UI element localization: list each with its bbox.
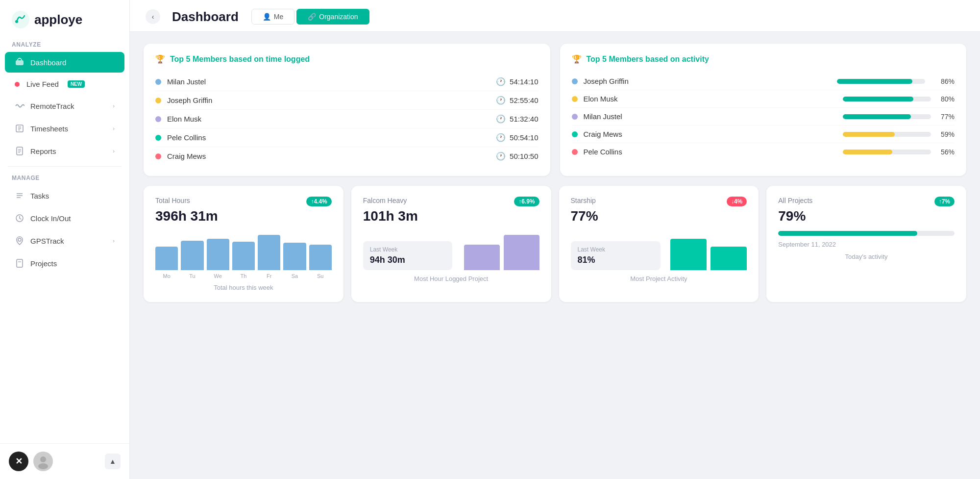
timesheets-icon bbox=[15, 124, 24, 133]
sidebar-item-reports[interactable]: Reports › bbox=[5, 141, 124, 161]
header: ‹ Dashboard 👤 Me 🔗 Organization bbox=[130, 0, 980, 32]
stat-badge-up: ↑4.4% bbox=[306, 197, 331, 206]
projects-icon bbox=[15, 258, 24, 268]
sidebar-item-label: Dashboard bbox=[30, 58, 66, 67]
stat-card-header: Falcom Heavy ↑6.9% bbox=[363, 197, 539, 206]
stat-value: 396h 31m bbox=[155, 208, 332, 224]
card-footer: Today's activity bbox=[778, 253, 955, 260]
activity-bar-fill bbox=[843, 97, 913, 101]
collapse-sidebar-button[interactable]: ‹ bbox=[146, 9, 160, 24]
activity-bar-wrap: 86% bbox=[837, 77, 955, 85]
activity-bar-bg bbox=[843, 114, 931, 119]
top-row: 🏆 Top 5 Members based on time logged Mil… bbox=[144, 44, 966, 176]
bar-labels: Mo Tu We Th Fr Sa Su bbox=[155, 273, 332, 279]
user-avatar-photo bbox=[33, 452, 53, 471]
activity-bar-wrap: 56% bbox=[843, 148, 955, 156]
member-dot bbox=[155, 153, 161, 159]
svg-point-18 bbox=[40, 456, 46, 462]
teal-bar bbox=[710, 247, 747, 270]
progress-bar-fill bbox=[778, 231, 917, 236]
activity-bar-fill bbox=[843, 114, 911, 119]
bar bbox=[283, 243, 306, 270]
sidebar-item-label: Clock In/Out bbox=[30, 214, 71, 223]
bar bbox=[232, 242, 255, 270]
sidebar-item-label: RemoteTrack bbox=[30, 102, 74, 110]
activity-bar-wrap: 77% bbox=[843, 113, 955, 121]
user-avatar-x: ✕ bbox=[9, 452, 28, 471]
svg-point-1 bbox=[15, 20, 18, 23]
app-name: apploye bbox=[34, 12, 82, 27]
teal-bars bbox=[670, 231, 747, 270]
activity-bar-fill bbox=[837, 79, 913, 84]
purple-bar bbox=[464, 245, 500, 270]
clock-icon: 🕐 bbox=[496, 151, 506, 161]
member-dot bbox=[572, 78, 578, 84]
org-icon: 🔗 bbox=[308, 13, 316, 21]
card-footer: Most Hour Logged Project bbox=[363, 275, 539, 282]
bar bbox=[155, 247, 178, 270]
chevron-right-icon: › bbox=[113, 103, 115, 109]
stat-badge-down: ↓4% bbox=[727, 197, 747, 206]
sidebar-item-livefeed[interactable]: Live Feed NEW bbox=[5, 75, 124, 94]
clock-icon: 🕐 bbox=[496, 114, 506, 124]
sidebar-item-dashboard[interactable]: Dashboard bbox=[5, 52, 124, 73]
card-footer: Total hours this week bbox=[155, 284, 332, 291]
member-dot bbox=[572, 96, 578, 102]
sidebar-item-label: Tasks bbox=[30, 192, 49, 200]
clock-icon: 🕐 bbox=[496, 133, 506, 142]
tasks-icon bbox=[15, 191, 24, 201]
sidebar-item-label: Timesheets bbox=[30, 125, 68, 133]
stat-card-header: All Projects ↑7% bbox=[778, 197, 955, 206]
total-hours-card: Total Hours ↑4.4% 396h 31m Mo Tu We bbox=[144, 186, 343, 302]
tab-me[interactable]: 👤 Me bbox=[251, 9, 294, 25]
analyze-section-label: Analyze bbox=[0, 37, 129, 51]
sidebar-item-clockinout[interactable]: Clock In/Out bbox=[5, 208, 124, 228]
sidebar-item-tasks[interactable]: Tasks bbox=[5, 185, 124, 206]
table-row: Milan Justel 🕐 54:14:10 bbox=[155, 73, 539, 91]
trophy-icon: 🏆 bbox=[155, 54, 165, 64]
trophy-icon: 🏆 bbox=[572, 54, 582, 64]
sidebar-item-label: GPSTrack bbox=[30, 237, 64, 245]
projects-progress: September 11, 2022 bbox=[778, 231, 955, 248]
activity-bar-bg bbox=[843, 132, 931, 137]
top-time-title: 🏆 Top 5 Members based on time logged bbox=[155, 54, 539, 64]
table-row: Craig Mews 🕐 50:10:50 bbox=[155, 147, 539, 165]
member-dot bbox=[155, 98, 161, 103]
table-row: Joseph Griffin 🕐 52:55:40 bbox=[155, 91, 539, 110]
member-dot bbox=[155, 116, 161, 122]
stat-value: 79% bbox=[778, 208, 955, 224]
bar bbox=[258, 235, 280, 270]
sidebar-item-remotetrack[interactable]: RemoteTrack › bbox=[5, 96, 124, 116]
dashboard-content: 🏆 Top 5 Members based on time logged Mil… bbox=[130, 32, 980, 479]
chevron-right-icon: › bbox=[113, 148, 115, 154]
activity-bar-bg bbox=[843, 150, 931, 154]
clock-icon: 🕐 bbox=[496, 96, 506, 105]
stat-badge-up: ↑6.9% bbox=[514, 197, 539, 206]
top-activity-title: 🏆 Top 5 Members based on activity bbox=[572, 54, 955, 64]
tab-organization[interactable]: 🔗 Organization bbox=[296, 9, 369, 25]
table-row: Pele Collins 🕐 50:54:10 bbox=[155, 128, 539, 147]
sidebar-item-projects[interactable]: Projects bbox=[5, 253, 124, 274]
sidebar-item-gpstrack[interactable]: GPSTrack › bbox=[5, 230, 124, 251]
purple-bar bbox=[504, 235, 539, 270]
clock-icon bbox=[15, 213, 24, 223]
top-activity-card: 🏆 Top 5 Members based on activity Joseph… bbox=[560, 44, 967, 176]
falcom-content: Last Week 94h 30m bbox=[363, 231, 539, 270]
table-row: Elon Musk 80% bbox=[572, 90, 955, 108]
me-icon: 👤 bbox=[263, 13, 271, 21]
sidebar-item-label: Projects bbox=[30, 259, 57, 268]
table-row: Elon Musk 🕐 51:32:40 bbox=[155, 110, 539, 128]
gps-icon bbox=[15, 236, 24, 246]
collapse-button[interactable]: ▲ bbox=[105, 454, 121, 469]
member-dot bbox=[572, 149, 578, 155]
bar-chart bbox=[155, 231, 332, 270]
stat-badge-up: ↑7% bbox=[934, 197, 955, 206]
falcom-card: Falcom Heavy ↑6.9% 101h 3m Last Week 94h… bbox=[351, 186, 551, 302]
new-badge: NEW bbox=[68, 80, 85, 88]
starship-card: Starship ↓4% 77% Last Week 81% Most Proj… bbox=[559, 186, 759, 302]
sidebar-item-timesheets[interactable]: Timesheets › bbox=[5, 118, 124, 139]
svg-rect-2 bbox=[16, 60, 24, 65]
activity-bar-fill bbox=[843, 150, 892, 154]
activity-bar-wrap: 59% bbox=[843, 130, 955, 138]
stat-value: 101h 3m bbox=[363, 208, 539, 224]
